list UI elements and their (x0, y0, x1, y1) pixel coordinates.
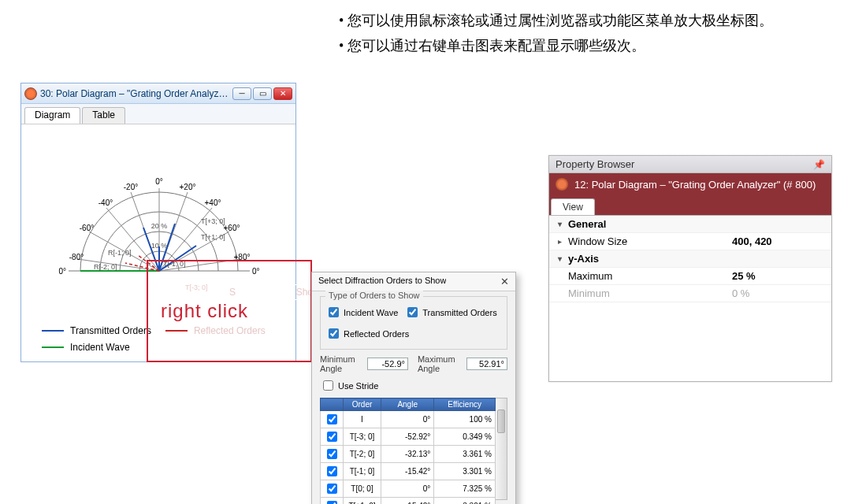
min-angle-input[interactable] (367, 358, 408, 370)
cell-angle: 0° (381, 411, 434, 428)
svg-text:-20°: -20° (124, 183, 138, 191)
svg-text:+40°: +40° (205, 198, 221, 207)
maximize-button[interactable]: ▭ (253, 87, 272, 100)
svg-text:-40°: -40° (98, 198, 113, 207)
prop-y-maximum-value[interactable]: 25 % (732, 270, 827, 282)
checkbox-reflected-orders[interactable]: Reflected Orders (325, 326, 409, 341)
prop-window-size-value[interactable]: 400, 420 (732, 235, 827, 247)
cell-angle: 15.42° (381, 498, 434, 505)
row-checkbox[interactable] (327, 484, 337, 494)
svg-text:+60°: +60° (224, 224, 240, 232)
instructional-notes: • 您可以使用鼠标滚轮或通过属性浏览器或功能区菜单放大极坐标图。 • 您可以通过… (339, 8, 827, 59)
property-browser-panel: Property Browser 📌 12: Polar Diagram – "… (548, 155, 832, 382)
checkbox-incident-wave[interactable]: Incident Wave (325, 305, 398, 320)
orders-table-wrap: Order Angle Efficiency I0°100 %T[-3; 0]-… (320, 398, 507, 500)
prop-y-minimum: Minimum 0 % (549, 285, 831, 302)
svg-text:0°: 0° (155, 177, 163, 186)
group-general[interactable]: ▾ General (549, 216, 831, 233)
property-browser-subtitle[interactable]: 12: Polar Diagram – "Grating Order Analy… (549, 173, 831, 195)
pin-icon[interactable]: 📌 (813, 159, 825, 170)
cell-angle: 0° (381, 480, 434, 498)
dialog-close-button[interactable]: ✕ (500, 276, 509, 287)
orders-table: Order Angle Efficiency I0°100 %T[-3; 0]-… (320, 398, 496, 504)
legend-swatch-transmitted (42, 330, 64, 332)
tab-view[interactable]: View (551, 198, 595, 215)
svg-text:R[-1; 0]: R[-1; 0] (108, 249, 132, 257)
table-row[interactable]: T[-1; 0]-15.42°3.301 % (321, 463, 496, 480)
svg-text:+20°: +20° (180, 183, 196, 191)
prop-y-maximum[interactable]: Maximum 25 % (549, 268, 831, 285)
group-y-axis[interactable]: ▾ y-Axis (549, 250, 831, 268)
row-checkbox[interactable] (327, 414, 337, 424)
prop-y-minimum-value: 0 % (732, 287, 827, 299)
chevron-down-icon: ▾ (554, 254, 565, 263)
cell-efficiency: 7.325 % (434, 480, 496, 498)
tab-row: Diagram Table (21, 104, 295, 124)
svg-text:10 %: 10 % (151, 242, 168, 250)
table-row[interactable]: T[0; 0]0°7.325 % (321, 480, 496, 498)
cell-angle: -52.92° (381, 428, 434, 446)
table-scrollbar[interactable] (496, 398, 507, 500)
app-icon (24, 87, 37, 100)
group-label: Type of Orders to Show (325, 291, 423, 300)
col-efficiency[interactable]: Efficiency (434, 398, 496, 411)
max-angle-input[interactable] (466, 358, 507, 370)
app-icon (556, 178, 568, 191)
svg-text:R[-2; 0]: R[-2; 0] (94, 263, 117, 271)
cell-order: T[-3; 0] (344, 428, 381, 446)
svg-text:-80°: -80° (69, 253, 84, 261)
cell-efficiency: 3.301 % (434, 463, 496, 480)
min-angle-label: Minimum Angle (320, 354, 362, 373)
max-angle-label: Maximum Angle (418, 354, 462, 373)
right-click-label: right click (161, 300, 248, 322)
legend-swatch-incident (42, 346, 64, 348)
tab-table[interactable]: Table (82, 107, 125, 124)
note-2: 您可以通过右键单击图表来配置显示哪些级次。 (347, 38, 645, 54)
checkbox-transmitted-orders[interactable]: Transmitted Orders (404, 305, 496, 320)
legend-transmitted: Transmitted Orders (70, 324, 151, 339)
checkbox-use-stride[interactable]: Use Stride (320, 378, 507, 393)
dialog-title: Select Diffraction Orders to Show (318, 276, 446, 287)
svg-text:-60°: -60° (80, 224, 94, 232)
chevron-right-icon: ▸ (554, 237, 565, 246)
table-row[interactable]: I0°100 % (321, 411, 496, 428)
cell-efficiency: 3.361 % (434, 446, 496, 463)
note-1: 您可以使用鼠标滚轮或通过属性浏览器或功能区菜单放大极坐标图。 (347, 13, 773, 28)
cell-order: T[+1; 0] (344, 498, 381, 505)
row-checkbox[interactable] (327, 501, 337, 504)
chevron-down-icon: ▾ (554, 220, 565, 228)
prop-window-size[interactable]: ▸ Window Size 400, 420 (549, 233, 831, 250)
svg-text:T[+3; 0]: T[+3; 0] (201, 217, 225, 225)
table-row[interactable]: T[+1; 0]15.42°3.301 % (321, 498, 496, 505)
cell-order: I (344, 411, 381, 428)
col-order[interactable]: Order (344, 398, 381, 411)
cell-efficiency: 100 % (434, 411, 496, 428)
cell-efficiency: 0.349 % (434, 428, 496, 446)
minimize-button[interactable]: ─ (232, 87, 251, 100)
property-browser-title: Property Browser (556, 158, 634, 170)
cell-efficiency: 3.301 % (434, 498, 496, 505)
cell-order: T[0; 0] (344, 480, 381, 498)
legend-incident: Incident Wave (70, 340, 130, 355)
table-row[interactable]: T[-3; 0]-52.92°0.349 % (321, 428, 496, 446)
row-checkbox[interactable] (327, 449, 337, 459)
cell-order: T[-1; 0] (344, 463, 381, 480)
row-checkbox[interactable] (327, 466, 337, 476)
type-of-orders-group: Type of Orders to Show Incident Wave Tra… (320, 296, 507, 350)
svg-text:0°: 0° (58, 267, 66, 276)
close-button[interactable]: ✕ (273, 87, 292, 100)
cell-angle: -32.13° (381, 446, 434, 463)
cell-angle: -15.42° (381, 463, 434, 480)
window-titlebar[interactable]: 30: Polar Diagram – "Grating Order Analy… (21, 83, 295, 104)
right-click-annotation: right click (147, 260, 312, 362)
col-angle[interactable]: Angle (381, 398, 434, 411)
svg-text:T[+1; 0]: T[+1; 0] (201, 233, 225, 241)
window-title: 30: Polar Diagram – "Grating Order Analy… (40, 88, 232, 99)
cell-order: T[-2; 0] (344, 446, 381, 463)
property-grid: ▾ General ▸ Window Size 400, 420 ▾ y-Axi… (549, 215, 831, 381)
tab-diagram[interactable]: Diagram (24, 107, 80, 124)
diffraction-orders-dialog: Select Diffraction Orders to Show ✕ Type… (311, 272, 516, 504)
svg-text:20 %: 20 % (151, 222, 168, 230)
row-checkbox[interactable] (327, 432, 337, 442)
table-row[interactable]: T[-2; 0]-32.13°3.361 % (321, 446, 496, 463)
